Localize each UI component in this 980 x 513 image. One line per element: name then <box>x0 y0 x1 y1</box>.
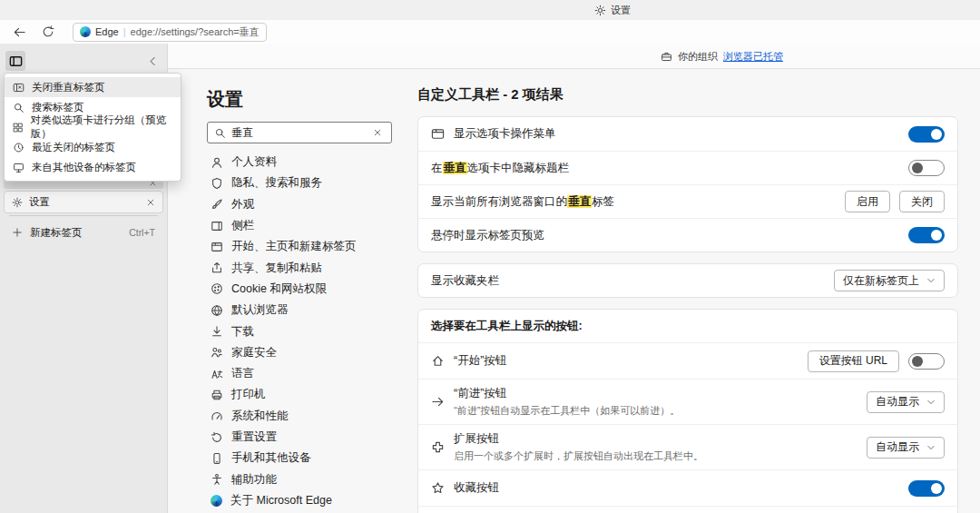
settings-page: 设置 个人资料 隐私、搜索和服务 外观 <box>168 69 980 513</box>
puzzle-icon <box>431 440 445 454</box>
back-button[interactable] <box>9 23 29 41</box>
download-icon <box>211 325 223 338</box>
shield-icon <box>211 177 223 190</box>
reset-icon <box>211 431 223 444</box>
gauge-icon <box>211 409 223 422</box>
tab-item-settings[interactable]: 设置 <box>4 191 163 213</box>
nav-item-reset-settings[interactable]: 重置设置 <box>201 427 404 448</box>
chevron-down-icon <box>926 276 936 285</box>
toggle-home-button[interactable] <box>908 353 945 370</box>
nav-item-system-performance[interactable]: 系统和性能 <box>201 406 404 427</box>
sidebar-layout-icon <box>211 220 223 232</box>
address-url: edge://settings/?search=垂直 <box>131 25 260 39</box>
collapse-pane-button[interactable] <box>143 52 162 70</box>
tabs-divider <box>9 215 158 216</box>
row-label: 扩展按钮 <box>454 431 858 447</box>
row-forward-button: “前进”按钮 “前进”按钮自动显示在工具栏中（如果可以前进）。 自动显示 <box>418 379 957 424</box>
nav-item-downloads[interactable]: 下载 <box>201 321 404 341</box>
card-tab-settings: 显示选项卡操作菜单 在垂直选项卡中隐藏标题栏 显示当前所有浏览器窗口的垂直标签 … <box>417 116 958 252</box>
person-icon <box>211 156 223 169</box>
nav-item-share-copy-paste[interactable]: 共享、复制和粘贴 <box>201 257 404 278</box>
tab-actions-menu-button[interactable] <box>5 51 25 71</box>
chevron-down-icon <box>926 443 936 452</box>
forward-arrow-icon <box>431 395 445 409</box>
nav-item-sidebar[interactable]: 侧栏 <box>201 215 404 236</box>
home-icon <box>431 354 445 368</box>
share-icon <box>211 261 223 274</box>
nav-item-printers[interactable]: 打印机 <box>201 384 404 405</box>
browser-toolbar: Edge | edge://settings/?search=垂直 <box>0 20 980 44</box>
language-icon <box>211 368 223 380</box>
refresh-button[interactable] <box>38 23 58 41</box>
nav-item-default-browser[interactable]: 默认浏览器 <box>201 300 404 321</box>
row-text: 扩展按钮 启用一个或多个扩展时，扩展按钮自动出现在工具栏中。 <box>454 431 858 463</box>
new-tab-button[interactable]: 新建标签页 Ctrl+T <box>4 222 163 243</box>
clear-search-button[interactable] <box>370 125 385 140</box>
history-clock-icon <box>13 142 24 153</box>
new-tab-shortcut: Ctrl+T <box>129 227 155 238</box>
set-button-url-button[interactable]: 设置按钮 URL <box>808 350 899 372</box>
settings-nav-list: 个人资料 隐私、搜索和服务 外观 侧栏 开始、主页和新建标签页 共享、复制和粘贴 <box>201 152 404 511</box>
address-bar[interactable]: Edge | edge://settings/?search=垂直 <box>73 23 267 42</box>
toggle-hover-preview[interactable] <box>908 227 945 243</box>
edge-logo-icon <box>80 26 91 37</box>
nav-item-languages[interactable]: 语言 <box>201 363 404 384</box>
nav-item-privacy[interactable]: 隐私、搜索和服务 <box>201 173 404 193</box>
vertical-tabs-header <box>5 51 162 71</box>
settings-nav: 设置 个人资料 隐私、搜索和服务 外观 <box>168 69 404 513</box>
page-title: 自定义工具栏 - 2 项结果 <box>417 86 958 104</box>
managed-banner: 你的组织 浏览器已托管 <box>168 44 980 69</box>
nav-item-phone-devices[interactable]: 手机和其他设备 <box>201 448 404 469</box>
nav-item-family-safety[interactable]: 家庭安全 <box>201 342 404 363</box>
search-icon <box>13 102 24 113</box>
toggle-hide-title-bar[interactable] <box>908 160 945 176</box>
enable-button[interactable]: 启用 <box>845 191 890 212</box>
row-vertical-tabs-all-windows: 显示当前所有浏览器窗口的垂直标签 启用 关闭 <box>418 184 957 218</box>
refresh-icon <box>42 25 54 38</box>
menu-item-tabs-from-devices[interactable]: 来自其他设备的标签页 <box>5 157 181 177</box>
nav-item-appearance[interactable]: 外观 <box>201 194 404 215</box>
nav-item-profiles[interactable]: 个人资料 <box>201 152 404 173</box>
menu-item-close-vertical-tabs[interactable]: 关闭垂直标签页 <box>5 77 181 97</box>
extensions-button-dropdown[interactable]: 自动显示 <box>867 437 945 459</box>
settings-search-box[interactable] <box>207 122 392 143</box>
row-label: 收藏按钮 <box>454 480 899 496</box>
tab-title: 设置 <box>29 195 140 209</box>
managed-link[interactable]: 浏览器已托管 <box>723 50 783 64</box>
menu-item-label: 来自其他设备的标签页 <box>32 161 136 174</box>
row-tab-actions-menu: 显示选项卡操作菜单 <box>418 117 957 151</box>
row-home-button: “开始”按钮 设置按钮 URL <box>418 342 957 379</box>
printer-icon <box>211 389 223 401</box>
nav-item-accessibility[interactable]: 辅助功能 <box>201 469 404 489</box>
paintbrush-icon <box>211 198 223 211</box>
settings-search-input[interactable] <box>231 126 365 139</box>
managed-prefix: 你的组织 <box>678 50 718 64</box>
close-icon <box>373 128 382 137</box>
nav-item-about-edge[interactable]: 关于 Microsoft Edge <box>201 490 404 511</box>
row-extensions-button: 扩展按钮 启用一个或多个扩展时，扩展按钮自动出现在工具栏中。 自动显示 <box>418 424 957 469</box>
forward-button-dropdown[interactable]: 自动显示 <box>867 391 945 413</box>
row-partial-clipped <box>418 506 957 513</box>
menu-item-label: 搜索标签页 <box>32 101 84 114</box>
menu-item-group-tabs[interactable]: 对类似选项卡进行分组（预览版） <box>5 117 181 137</box>
settings-content: 自定义工具栏 - 2 项结果 显示选项卡操作菜单 在垂直选项卡中隐藏标题栏 显示… <box>404 69 980 513</box>
accessibility-icon <box>211 473 223 486</box>
vertical-tabs-off-icon <box>13 82 24 94</box>
close-tab-icon[interactable] <box>146 198 155 207</box>
tab-favicon-gear-icon <box>12 197 23 208</box>
row-label: 显示选项卡操作菜单 <box>454 126 899 142</box>
star-icon <box>431 481 445 495</box>
edge-logo-icon <box>211 495 222 507</box>
toggle-tab-actions-menu[interactable] <box>908 126 945 143</box>
turn-off-button[interactable]: 关闭 <box>899 191 945 212</box>
row-label: 悬停时显示标签页预览 <box>431 228 899 243</box>
nav-item-cookies-permissions[interactable]: Cookie 和网站权限 <box>201 279 404 300</box>
address-divider: | <box>123 26 126 37</box>
window-titlebar: 设置 <box>0 0 980 20</box>
settings-nav-title: 设置 <box>207 87 404 109</box>
row-hide-title-bar: 在垂直选项卡中隐藏标题栏 <box>418 151 957 184</box>
favorites-bar-dropdown[interactable]: 仅在新标签页上 <box>834 270 945 291</box>
nav-item-start-home-newtab[interactable]: 开始、主页和新建标签页 <box>201 236 404 257</box>
row-label: 显示收藏夹栏 <box>431 273 825 289</box>
toggle-favorites-button[interactable] <box>908 480 945 497</box>
